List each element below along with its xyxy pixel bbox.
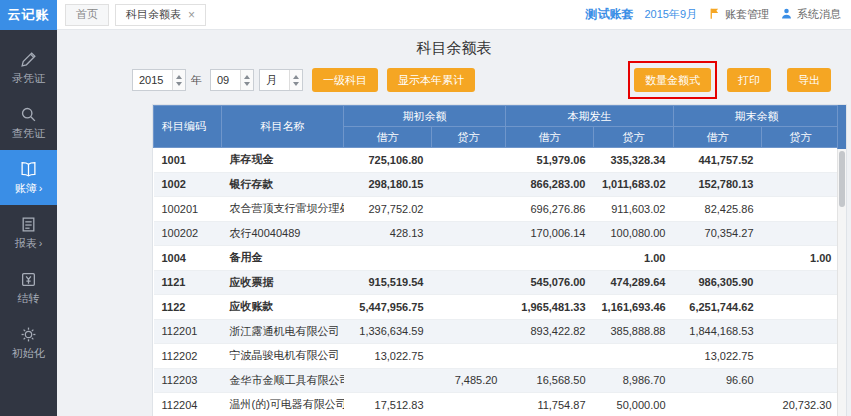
table-row[interactable]: 100202农行40040489428.13170,006.14100,080.… bbox=[154, 221, 840, 246]
cell-amount bbox=[594, 344, 674, 369]
close-icon[interactable]: × bbox=[188, 9, 195, 21]
cell-amount bbox=[762, 172, 840, 197]
cell-amount: 911,603.02 bbox=[594, 197, 674, 222]
book-icon bbox=[20, 161, 37, 178]
col-group-ending: 期末余额 bbox=[674, 106, 840, 127]
table-row[interactable]: 1122应收账款5,447,956.751,965,481.331,161,69… bbox=[154, 295, 840, 320]
cell-amount: 986,305.90 bbox=[674, 270, 762, 295]
cell-amount: 1,844,168.53 bbox=[674, 319, 762, 344]
cell-amount bbox=[432, 246, 506, 271]
system-messages-link[interactable]: 系统消息 bbox=[780, 7, 841, 22]
cell-code: 112201 bbox=[154, 319, 222, 344]
col-group-opening: 期初余额 bbox=[344, 106, 506, 127]
sidebar-item-label: 查凭证 bbox=[12, 128, 45, 139]
cell-amount bbox=[432, 295, 506, 320]
cell-amount: 428.13 bbox=[344, 221, 432, 246]
cell-name: 银行存款 bbox=[222, 172, 344, 197]
spinner-down-icon[interactable] bbox=[244, 82, 250, 86]
year-unit-label: 年 bbox=[191, 73, 202, 88]
table-row[interactable]: 112202宁波晶骏电机有限公司13,022.7513,022.75 bbox=[154, 344, 840, 369]
scrollbar-thumb[interactable] bbox=[839, 151, 845, 207]
spinner-up-icon[interactable] bbox=[176, 75, 182, 79]
table-body: 1001库存现金725,106.8051,979.06335,328.34441… bbox=[154, 148, 840, 416]
sidebar-item-label: 录凭证 bbox=[12, 73, 45, 84]
cell-amount bbox=[432, 172, 506, 197]
cell-amount: 1,011,683.02 bbox=[594, 172, 674, 197]
cell-amount: 170,006.14 bbox=[506, 221, 594, 246]
sidebar-item-reports[interactable]: 报表› bbox=[0, 205, 57, 260]
chevron-right-icon: › bbox=[39, 238, 43, 249]
unit-spinner-arrows[interactable] bbox=[289, 70, 302, 90]
table-row[interactable]: 100201农合营顶支行雷坝分理处297,752.02696,276.86911… bbox=[154, 197, 840, 222]
sidebar-item-search-voucher[interactable]: 查凭证 bbox=[0, 95, 57, 150]
table-row[interactable]: 112203金华市金顺工具有限公司7,485.2016,568.508,986.… bbox=[154, 368, 840, 393]
tab-account-balance[interactable]: 科目余额表 × bbox=[115, 4, 206, 26]
table-row[interactable]: 1121应收票据915,519.54545,076.00474,289.6498… bbox=[154, 270, 840, 295]
spinner-up-icon[interactable] bbox=[293, 75, 299, 79]
cell-amount: 696,276.86 bbox=[506, 197, 594, 222]
cell-name: 应收票据 bbox=[222, 270, 344, 295]
spinner-down-icon[interactable] bbox=[293, 82, 299, 86]
cell-amount: 13,022.75 bbox=[674, 344, 762, 369]
sidebar-item-initialize[interactable]: 初始化 bbox=[0, 315, 57, 370]
cell-amount: 725,106.80 bbox=[344, 148, 432, 173]
cell-amount: 70,354.27 bbox=[674, 221, 762, 246]
print-button[interactable]: 打印 bbox=[727, 68, 771, 92]
account-set-name[interactable]: 测试账套 bbox=[585, 6, 633, 23]
show-ytd-button[interactable]: 显示本年累计 bbox=[387, 68, 475, 92]
sidebar-item-ledger[interactable]: 账簿› bbox=[0, 150, 57, 205]
cell-amount: 20,732.30 bbox=[762, 393, 840, 416]
export-button[interactable]: 导出 bbox=[787, 68, 831, 92]
table-row[interactable]: 1004备用金1.001.00 bbox=[154, 246, 840, 271]
year-spinner-arrows[interactable] bbox=[172, 70, 185, 90]
col-group-current: 本期发生 bbox=[506, 106, 674, 127]
month-spinner-arrows[interactable] bbox=[240, 70, 253, 90]
year-input[interactable]: 2015 bbox=[132, 69, 186, 91]
cell-code: 1002 bbox=[154, 172, 222, 197]
cell-name: 浙江露通机电有限公司 bbox=[222, 319, 344, 344]
cell-amount: 152,780.13 bbox=[674, 172, 762, 197]
vertical-scrollbar[interactable] bbox=[837, 149, 846, 416]
cell-amount bbox=[762, 295, 840, 320]
cell-code: 100202 bbox=[154, 221, 222, 246]
tab-bar: 首页 科目余额表 × bbox=[57, 4, 206, 26]
cell-amount: 474,289.64 bbox=[594, 270, 674, 295]
col-header-code[interactable]: 科目编码 bbox=[154, 106, 222, 148]
col-header-debit: 借方 bbox=[674, 127, 762, 148]
cell-amount: 915,519.54 bbox=[344, 270, 432, 295]
user-icon bbox=[780, 7, 793, 22]
account-manage-link[interactable]: 账套管理 bbox=[708, 7, 769, 22]
cell-amount: 50,000.00 bbox=[594, 393, 674, 416]
cell-amount: 6,251,744.62 bbox=[674, 295, 762, 320]
table-row[interactable]: 1002银行存款298,180.15866,283.001,011,683.02… bbox=[154, 172, 840, 197]
cell-amount: 96.60 bbox=[674, 368, 762, 393]
table-row[interactable]: 1001库存现金725,106.8051,979.06335,328.34441… bbox=[154, 148, 840, 173]
col-header-name[interactable]: 科目名称 bbox=[222, 106, 344, 148]
period-unit-selector[interactable]: 月 bbox=[259, 69, 303, 91]
quantity-amount-format-button[interactable]: 数量金额式 bbox=[634, 68, 711, 92]
table-row[interactable]: 112201浙江露通机电有限公司1,336,634.59893,422.8238… bbox=[154, 319, 840, 344]
cell-name: 温州(的)可电器有限公司 bbox=[222, 393, 344, 416]
month-input[interactable]: 09 bbox=[210, 69, 254, 91]
highlight-wrapper: 数量金额式 bbox=[634, 68, 711, 92]
report-icon bbox=[20, 216, 37, 233]
cell-amount: 1.00 bbox=[594, 246, 674, 271]
table-row[interactable]: 112204温州(的)可电器有限公司17,512.8311,754.8750,0… bbox=[154, 393, 840, 416]
spinner-up-icon[interactable] bbox=[244, 75, 250, 79]
cell-amount bbox=[762, 221, 840, 246]
cell-amount bbox=[432, 197, 506, 222]
cell-code: 1122 bbox=[154, 295, 222, 320]
cell-amount: 100,080.00 bbox=[594, 221, 674, 246]
cell-amount bbox=[432, 221, 506, 246]
cell-name: 农合营顶支行雷坝分理处 bbox=[222, 197, 344, 222]
cell-name: 备用金 bbox=[222, 246, 344, 271]
cell-amount: 51,979.06 bbox=[506, 148, 594, 173]
cell-name: 农行40040489 bbox=[222, 221, 344, 246]
sidebar-item-record-voucher[interactable]: 录凭证 bbox=[0, 40, 57, 95]
cell-code: 112204 bbox=[154, 393, 222, 416]
tab-home[interactable]: 首页 bbox=[65, 4, 109, 26]
spinner-down-icon[interactable] bbox=[176, 82, 182, 86]
topbar-right: 测试账套 2015年9月 账套管理 系统消息 bbox=[585, 6, 851, 23]
sidebar-item-carryover[interactable]: 结转 bbox=[0, 260, 57, 315]
level-one-subjects-button[interactable]: 一级科目 bbox=[312, 68, 378, 92]
